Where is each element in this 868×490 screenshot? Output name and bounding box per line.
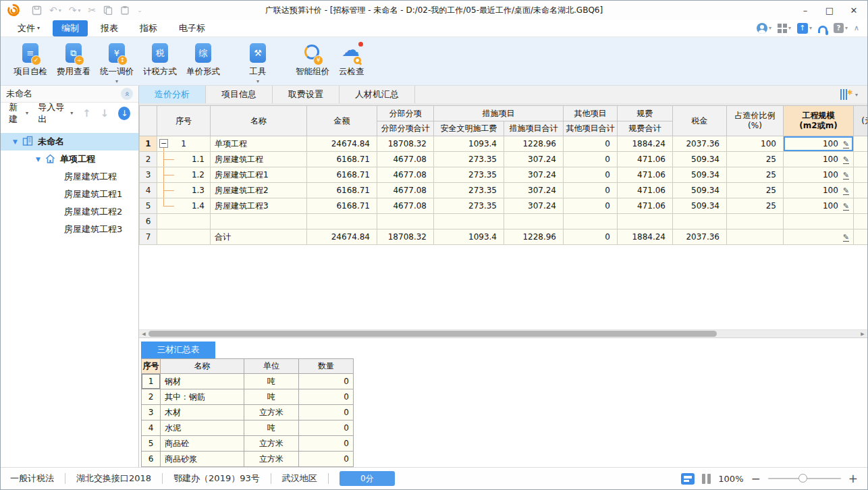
cut-icon[interactable]: ✂ (88, 5, 97, 16)
cell-scale[interactable] (784, 214, 854, 229)
tab-project-info[interactable]: 项目信息 (206, 86, 273, 103)
layout-horizontal-icon[interactable] (681, 473, 695, 485)
row-number[interactable]: 2 (140, 152, 157, 167)
account-icon[interactable]: ▾ (757, 23, 771, 34)
cell-qtxm-total[interactable]: 0 (564, 136, 618, 152)
status-exchange-interface[interactable]: 湖北交换接口2018 (76, 472, 151, 485)
unified-price-adjust-button[interactable]: ¥↕统一调价▾ (95, 42, 138, 86)
tree-item-project-root[interactable]: ▼未命名 (1, 133, 138, 151)
cell-partial[interactable] (854, 136, 868, 152)
unit-price-form-button[interactable]: 综单价形式 (182, 42, 225, 86)
cell-quantity[interactable]: 0 (299, 420, 354, 436)
move-down-icon[interactable]: ↓ (101, 107, 109, 119)
cell-quantity[interactable]: 0 (299, 452, 354, 467)
cell-fbfx-total[interactable]: 18708.32 (377, 229, 434, 245)
horizontal-scrollbar[interactable]: ◀ ▶ (139, 329, 867, 338)
cell-seq[interactable] (157, 214, 211, 229)
cell-material-name[interactable]: 钢材 (161, 374, 244, 389)
tree-item-building-works-3[interactable]: 房屋建筑工程3 (1, 221, 138, 238)
cell-quantity[interactable]: 0 (299, 436, 354, 452)
cell-quantity[interactable]: 0 (299, 389, 354, 405)
cell-csxm-total[interactable]: 307.24 (504, 183, 564, 198)
tab-labor-material-summary[interactable]: 人材机汇总 (340, 86, 415, 103)
cell-qtxm-total[interactable]: 0 (564, 152, 618, 167)
cell-csxm-total[interactable]: 307.24 (504, 198, 564, 214)
cell-quantity[interactable]: 0 (299, 405, 354, 420)
cell-scale[interactable] (784, 229, 854, 245)
row-number[interactable]: 1 (140, 136, 157, 152)
cell-gf-total[interactable] (618, 214, 673, 229)
cell-material-name[interactable]: 其中：钢筋 (161, 389, 244, 405)
col-header-name[interactable]: 名称 (211, 106, 307, 136)
cell-fbfx-total[interactable]: 4677.08 (377, 167, 434, 183)
cell-seq[interactable]: 2 (142, 389, 161, 405)
save-icon[interactable] (32, 5, 42, 16)
cell-name[interactable]: 合计 (211, 229, 307, 245)
col-header-amount[interactable]: 金额 (307, 106, 377, 136)
zoom-slider[interactable] (768, 478, 841, 479)
cell-tax[interactable]: 509.34 (673, 198, 727, 214)
project-self-check-button[interactable]: ≡✓项目自检 (9, 42, 52, 86)
cell-partial[interactable] (854, 229, 868, 245)
cell-aqwm-fee[interactable]: 1093.4 (434, 229, 504, 245)
menu-item-edit[interactable]: 编制 (53, 20, 88, 36)
cell-qtxm-total[interactable] (564, 214, 618, 229)
cell-partial[interactable] (854, 214, 868, 229)
cell-name[interactable]: 房屋建筑工程3 (211, 198, 307, 214)
cell-tax[interactable]: 2037.36 (673, 229, 727, 245)
cell-gf-total[interactable]: 471.06 (618, 167, 673, 183)
collapse-ribbon-icon[interactable]: ∧ (854, 24, 859, 32)
group-header-qtxm[interactable]: 其他项目 (564, 106, 618, 121)
cell-qtxm-total[interactable]: 0 (564, 183, 618, 198)
menu-item-e-tender[interactable]: 电子标 (170, 20, 214, 36)
menu-item-file[interactable]: 文件▾ (9, 20, 49, 36)
cell-tax[interactable]: 509.34 (673, 183, 727, 198)
cell-unit[interactable]: 立方米 (244, 452, 299, 467)
col-header-partial[interactable]: (元 (854, 106, 868, 136)
bottom-col-header-1[interactable]: 名称 (161, 359, 244, 374)
cell-amount[interactable]: 6168.71 (307, 152, 377, 167)
cell-scale[interactable]: 100 (784, 136, 854, 152)
cell-ratio[interactable]: 25 (727, 183, 784, 198)
cell-name[interactable] (211, 214, 307, 229)
status-tax-method[interactable]: 一般计税法 (10, 472, 54, 485)
cell-unit[interactable]: 吨 (244, 420, 299, 436)
cell-amount[interactable] (307, 214, 377, 229)
edit-pencil-icon[interactable] (843, 187, 849, 195)
cell-csxm-total[interactable]: 307.24 (504, 167, 564, 183)
cell-seq[interactable]: −1 (157, 136, 211, 152)
tree-item-building-works-1[interactable]: 房屋建筑工程1 (1, 186, 138, 203)
cell-amount[interactable]: 24674.84 (307, 229, 377, 245)
cell-amount[interactable]: 6168.71 (307, 198, 377, 214)
cell-unit[interactable]: 吨 (244, 374, 299, 389)
cell-name[interactable]: 房屋建筑工程2 (211, 183, 307, 198)
paste-icon[interactable] (120, 5, 130, 15)
grid-settings-button[interactable]: * ▾ (840, 86, 867, 103)
cell-scale[interactable]: 100 (784, 152, 854, 167)
cell-scale[interactable]: 100 (784, 167, 854, 183)
cell-aqwm-fee[interactable]: 273.35 (434, 167, 504, 183)
cell-ratio[interactable] (727, 214, 784, 229)
col-header-fbfx-total[interactable]: 分部分项合计 (377, 121, 434, 136)
zoom-slider-knob[interactable] (798, 474, 807, 483)
cell-tax[interactable]: 509.34 (673, 167, 727, 183)
upload-icon[interactable]: ↑▾ (797, 23, 812, 34)
tree-caret-icon[interactable]: ▼ (13, 138, 21, 145)
cell-seq[interactable]: 4 (142, 420, 161, 436)
cell-seq[interactable]: 1.3 (157, 183, 211, 198)
undo-icon[interactable]: ↶▾ (49, 5, 61, 16)
row-number[interactable]: 7 (140, 229, 157, 245)
scroll-right-icon[interactable]: ▶ (858, 331, 867, 337)
cell-aqwm-fee[interactable]: 273.35 (434, 152, 504, 167)
tree-caret-icon[interactable]: ▼ (36, 156, 44, 163)
move-up-icon[interactable]: ↑ (82, 107, 91, 119)
col-header-tax[interactable]: 税金 (673, 106, 727, 136)
cell-material-name[interactable]: 木材 (161, 405, 244, 420)
col-header-aqwm-fee[interactable]: 安全文明施工费 (434, 121, 504, 136)
cell-aqwm-fee[interactable]: 273.35 (434, 183, 504, 198)
row-number[interactable]: 3 (140, 167, 157, 183)
group-header-fbfx[interactable]: 分部分项 (377, 106, 434, 121)
row-number[interactable]: 6 (140, 214, 157, 229)
bottom-col-header-0[interactable]: 序号 (142, 359, 161, 374)
cell-amount[interactable]: 6168.71 (307, 183, 377, 198)
